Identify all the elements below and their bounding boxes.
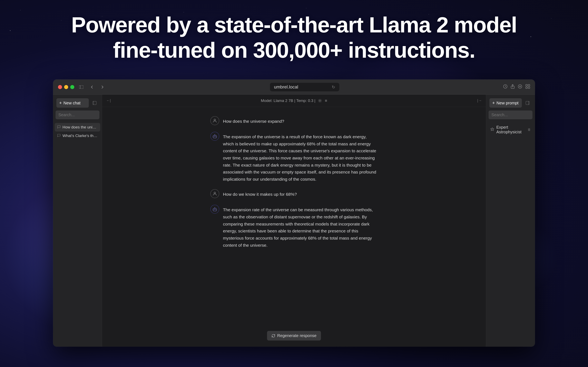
model-info: Model: Llama 2 7B | Temp: 0.3 | ≡ <box>261 99 327 103</box>
chat-item-text: What's Clarke's third law? <box>62 133 98 138</box>
new-chat-button[interactable]: + New chat <box>56 98 89 108</box>
chat-icon <box>57 134 61 138</box>
app-layout: + New chat <box>53 95 535 347</box>
svg-rect-6 <box>528 84 530 86</box>
svg-rect-0 <box>79 85 83 89</box>
traffic-lights <box>58 85 74 89</box>
sidebar-toggle-btn[interactable] <box>78 83 85 91</box>
headline-line2: fine-tuned on 300,000+ instructions. <box>0 38 588 63</box>
headline-line1: Powered by a state-of-the-art Llama 2 mo… <box>0 12 588 38</box>
chat-item[interactable]: What's Clarke's third law? ✏ 🗑 <box>55 132 100 140</box>
traffic-light-minimize[interactable] <box>64 85 68 89</box>
traffic-light-close[interactable] <box>58 85 62 89</box>
menu-icon[interactable]: ≡ <box>325 99 327 103</box>
message-content: How does the universe expand? <box>223 116 378 125</box>
prompt-list: Expert Astrophysicist 🗑 <box>486 122 535 347</box>
right-sidebar-search[interactable] <box>489 110 532 119</box>
browser-actions <box>503 84 530 90</box>
plus-icon: + <box>492 100 495 106</box>
delete-prompt-btn[interactable]: 🗑 <box>527 128 531 132</box>
left-sidebar-toggle-btn[interactable] <box>90 99 99 107</box>
traffic-light-fullscreen[interactable] <box>70 85 74 89</box>
svg-point-17 <box>214 192 216 194</box>
nav-forward-btn[interactable] <box>99 83 106 91</box>
user-avatar <box>210 116 219 125</box>
message-text: How does the universe expand? <box>223 118 378 125</box>
right-sidebar-toggle-btn[interactable] <box>523 99 532 107</box>
right-sidebar-header: + New prompt <box>486 95 535 110</box>
svg-rect-9 <box>93 101 96 105</box>
user-avatar <box>210 189 219 198</box>
new-tab-btn[interactable] <box>518 84 522 90</box>
message-text: The expansion of the universe is a resul… <box>223 133 378 183</box>
toolbar-right: |→ <box>477 99 482 103</box>
message-content: How do we know it makes up for 68%? <box>223 189 378 198</box>
message-text: How do we know it makes up for 68%? <box>223 191 378 198</box>
regenerate-label: Regenerate response <box>277 333 316 338</box>
prompt-icon <box>490 127 494 132</box>
svg-rect-22 <box>526 101 529 105</box>
svg-rect-8 <box>528 87 530 89</box>
regenerate-button[interactable]: Regenerate response <box>267 331 321 341</box>
left-sidebar-search[interactable] <box>56 110 99 119</box>
bot-avatar <box>210 205 219 214</box>
message-bot-1: The expansion of the universe is a resul… <box>202 128 386 186</box>
prompt-item[interactable]: Expert Astrophysicist 🗑 <box>488 123 533 136</box>
browser-window: umbrel.local ↻ <box>53 80 535 347</box>
message-user-2: How do we know it makes up for 68%? <box>202 186 386 201</box>
address-bar-container: umbrel.local ↻ <box>109 83 500 91</box>
chat-list: How does the univers... ✏ 🗑 What's Clark… <box>53 122 102 347</box>
right-sidebar: + New prompt <box>486 95 535 347</box>
tab-overview-btn[interactable] <box>526 84 530 90</box>
chat-icon <box>57 125 61 129</box>
message-user-1: How does the universe expand? <box>202 113 386 128</box>
nav-back-btn[interactable] <box>88 83 95 91</box>
svg-rect-7 <box>526 87 527 89</box>
left-sidebar-header: + New chat <box>53 95 102 110</box>
settings-icon[interactable] <box>318 99 323 103</box>
main-chat: ←| Model: Llama 2 7B | Temp: 0.3 | ≡ |→ <box>102 95 486 347</box>
bot-avatar <box>210 132 219 141</box>
svg-rect-20 <box>215 209 216 210</box>
message-text: The expansion rate of the universe can b… <box>223 206 378 249</box>
chat-input-area: Regenerate response <box>102 327 486 347</box>
new-prompt-label: New prompt <box>497 101 519 105</box>
chat-toolbar: ←| Model: Llama 2 7B | Temp: 0.3 | ≡ |→ <box>102 95 486 107</box>
message-bot-2: The expansion rate of the universe can b… <box>202 201 386 252</box>
svg-rect-5 <box>526 84 527 86</box>
left-sidebar: + New chat <box>53 95 102 347</box>
svg-point-11 <box>319 100 320 101</box>
prompt-item-text: Expert Astrophysicist <box>496 125 526 134</box>
message-content: The expansion rate of the universe can b… <box>223 205 378 249</box>
messages-container: How does the universe expand? <box>102 107 486 327</box>
svg-rect-15 <box>215 136 216 137</box>
message-content: The expansion of the universe is a resul… <box>223 132 378 183</box>
history-btn[interactable] <box>503 84 508 90</box>
svg-point-21 <box>215 207 215 208</box>
reload-icon[interactable]: ↻ <box>332 85 335 90</box>
plus-icon: + <box>59 100 62 106</box>
url-text: umbrel.local <box>274 84 298 90</box>
new-chat-label: New chat <box>63 101 80 105</box>
collapse-right-btn[interactable]: |→ <box>477 99 482 103</box>
toolbar-left: ←| <box>106 99 111 103</box>
headline: Powered by a state-of-the-art Llama 2 mo… <box>0 12 588 63</box>
chat-item[interactable]: How does the univers... ✏ 🗑 <box>55 123 100 132</box>
address-bar[interactable]: umbrel.local ↻ <box>270 83 339 91</box>
svg-rect-14 <box>214 136 215 137</box>
share-btn[interactable] <box>511 84 515 90</box>
chat-item-text: How does the univers... <box>62 125 98 129</box>
browser-chrome: umbrel.local ↻ <box>53 80 535 95</box>
svg-point-12 <box>214 119 216 121</box>
svg-point-16 <box>215 134 215 135</box>
svg-rect-19 <box>214 209 215 210</box>
svg-rect-13 <box>213 135 216 138</box>
collapse-left-btn[interactable]: ←| <box>106 99 111 103</box>
svg-rect-18 <box>213 208 216 211</box>
new-prompt-button[interactable]: + New prompt <box>489 98 522 108</box>
